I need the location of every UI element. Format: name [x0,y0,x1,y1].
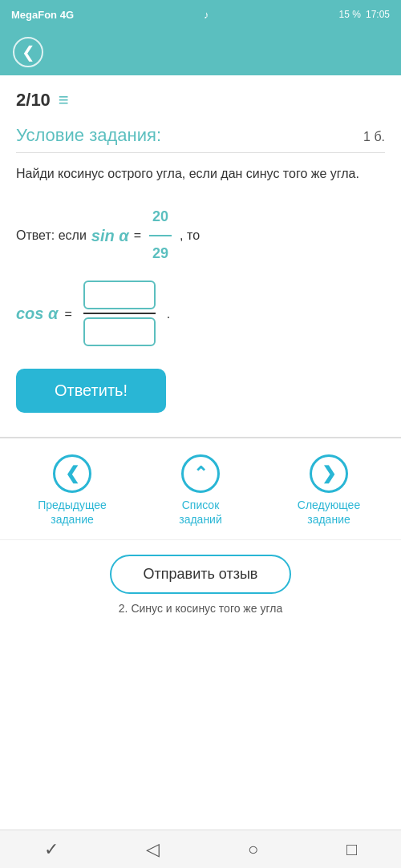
time-text: 17:05 [366,9,390,20]
next-line1: Следующее [298,499,360,511]
progress-current: 2 [16,90,26,110]
feedback-area: Отправить отзыв 2. Синус и косинус того … [0,540,401,623]
battery-text: 15 % [339,9,361,20]
equals-sign: = [134,221,141,249]
carrier-text: MegaFon 4G [11,9,74,21]
progress-total: 10 [30,90,50,110]
cos-line: cos α = . [16,281,385,346]
fraction-numerator: 20 [149,201,172,236]
prev-label: Предыдущее задание [38,498,107,527]
bottom-back-icon[interactable]: ◁ [146,839,160,860]
prev-line1: Предыдущее [38,499,107,511]
list-circle: ⌃ [181,454,220,493]
fraction-divider-line [83,313,156,314]
condition-header: Условие задания: 1 б. [16,125,385,153]
next-icon: ❯ [322,463,336,484]
points-label: 1 б. [363,130,385,144]
progress-row: 2/10 ≡ [16,90,385,111]
list-line1: Список [182,499,220,511]
formula-area: Ответ: если sin α = 20 29 , то cos α = . [16,201,385,346]
list-nav-item[interactable]: ⌃ Список заданий [152,454,249,527]
status-right: 15 % 17:05 [339,9,390,20]
feedback-button[interactable]: Отправить отзыв [110,555,292,594]
sin-label: sin α [91,218,129,253]
equals-sign-2: = [64,300,71,328]
header: ❮ [0,29,401,75]
comma-text: , то [180,221,200,249]
progress-text: 2/10 [16,90,51,111]
next-label: Следующее задание [298,498,360,527]
next-nav-item[interactable]: ❯ Следующее задание [281,454,377,527]
list-icon[interactable]: ≡ [59,90,69,111]
next-line2: задание [307,513,350,526]
navigation-row: ❮ Предыдущее задание ⌃ Список заданий ❯ … [0,438,401,540]
formula-prefix: Ответ: если [16,221,87,249]
cos-label: cos α [16,296,58,331]
dot-text: . [167,300,170,328]
main-content: 2/10 ≡ Условие задания: 1 б. Найди косин… [0,75,401,438]
back-icon: ❮ [22,42,35,62]
fraction-given: 20 29 [149,201,172,269]
prev-line2: задание [51,513,94,526]
next-circle: ❯ [310,454,348,493]
sin-line: Ответ: если sin α = 20 29 , то [16,201,385,269]
prev-circle: ❮ [53,454,91,493]
prev-icon: ❮ [65,463,79,484]
cos-denominator-input[interactable] [83,317,156,346]
cos-numerator-input[interactable] [83,281,156,309]
condition-label: Условие задания: [16,125,161,146]
prev-nav-item[interactable]: ❮ Предыдущее задание [24,454,120,527]
home-icon[interactable]: ○ [248,839,258,860]
task-text: Найди косинус острого угла, если дан син… [16,164,385,184]
cos-fraction-input [83,281,156,346]
list-label: Список заданий [179,498,222,527]
status-bar: MegaFon 4G ♪ 15 % 17:05 [0,0,401,29]
bottom-nav-bar: ✓ ◁ ○ □ [0,830,401,868]
list-up-icon: ⌃ [193,463,208,484]
check-icon[interactable]: ✓ [44,839,59,860]
list-line2: заданий [179,513,222,526]
music-icon: ♪ [204,9,209,21]
fraction-denominator: 29 [149,236,172,270]
answer-button[interactable]: Ответить! [16,369,166,413]
feedback-subtitle: 2. Синус и косинус того же угла [119,602,282,615]
back-button[interactable]: ❮ [13,37,43,67]
square-icon[interactable]: □ [346,839,357,860]
